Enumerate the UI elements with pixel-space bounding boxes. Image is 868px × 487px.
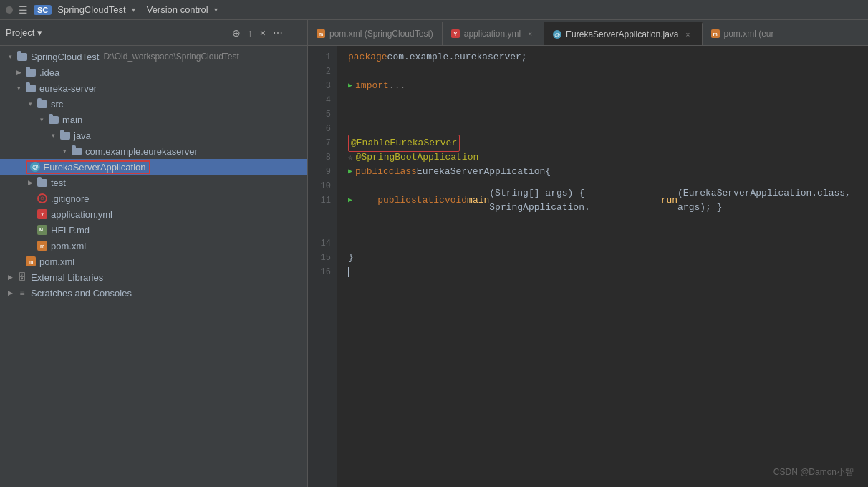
tree-label-gitignore: .gitignore — [51, 193, 89, 204]
java-at-icon: @ EurekaServerApplication — [82, 161, 94, 173]
line-number-13 — [308, 222, 331, 236]
line-number-11: 11 — [308, 193, 331, 208]
code-line-4 — [348, 93, 868, 107]
sidebar-add-btn[interactable]: ⊕ — [231, 26, 242, 39]
version-control-label[interactable]: Version control — [147, 4, 208, 15]
tree-item-java[interactable]: ▾ java — [0, 127, 307, 143]
xml-icon: m — [37, 240, 48, 251]
line-number-2: 2 — [308, 64, 331, 79]
line-number-8: 8 — [308, 150, 331, 165]
code-line-11: ▶ public static void main (String[] args… — [348, 193, 868, 208]
tree-item-idea[interactable]: ▶ .idea — [0, 64, 307, 80]
sidebar-more-btn[interactable]: ⋯ — [271, 26, 284, 39]
editor-area: m pom.xml (SpringCloudTest) Y applicatio… — [308, 20, 868, 487]
tree-label-idea: .idea — [39, 67, 59, 78]
folder-icon — [16, 51, 28, 62]
line-number-12 — [308, 208, 331, 222]
tree-item-help-md[interactable]: ▶ M↓ HELP.md — [0, 222, 307, 238]
tree-item-springcloudtest[interactable]: ▾ SpringCloudTest D:\Old_workspace\Sprin… — [0, 49, 307, 64]
tree-arrow: ▶ — [14, 68, 23, 77]
sidebar-up-btn[interactable]: ↑ — [246, 26, 254, 39]
git-icon: ⊘ — [37, 193, 48, 204]
line-number-4: 4 — [308, 93, 331, 107]
tree-item-main[interactable]: ▾ main — [0, 112, 307, 127]
tree-arrow: ▾ — [6, 52, 14, 61]
token-semicolon: ; — [521, 50, 527, 64]
hamburger-menu[interactable]: ☰ — [19, 4, 28, 16]
tree-label-springcloudtest: SpringCloudTest — [31, 52, 99, 62]
project-name[interactable]: SpringCloudTest — [57, 4, 125, 15]
run-icon-9[interactable]: ▶ — [348, 165, 352, 179]
code-line-3: ▶ import ... — [348, 79, 868, 93]
folder-icon — [59, 130, 71, 141]
tab-bar: m pom.xml (SpringCloudTest) Y applicatio… — [308, 20, 868, 46]
token-dots: ... — [389, 79, 405, 93]
sidebar-minimize-btn[interactable]: — — [289, 26, 302, 39]
java-tab-icon: @ — [553, 30, 561, 39]
sidebar-close-btn[interactable]: × — [259, 26, 267, 39]
title-bar: ☰ SC SpringCloudTest ▾ Version control ▾ — [0, 0, 868, 20]
code-editor[interactable]: 1 2 3 4 5 6 7 8 9 10 11 14 15 16 — [308, 46, 868, 487]
token-public-11: public — [377, 193, 411, 208]
tree-item-application-yml[interactable]: ▶ Y application.yml — [0, 206, 307, 222]
line-number-9: 9 — [308, 165, 331, 179]
token-public-9: public — [355, 165, 389, 179]
tree-item-gitignore[interactable]: ▶ ⊘ .gitignore — [0, 191, 307, 206]
tree-item-test[interactable]: ▶ test — [0, 175, 307, 191]
tab-eureka-app-close[interactable]: × — [683, 29, 693, 39]
folder-icon — [71, 145, 82, 157]
code-content[interactable]: package com.example.eurekaserver ; ▶ imp… — [337, 46, 868, 487]
yml-tab-icon: Y — [451, 29, 460, 38]
token-run: run — [661, 193, 677, 208]
tree-label-external-libraries: External Libraries — [31, 272, 103, 283]
tree-label-help-md: HELP.md — [51, 225, 90, 236]
tree-item-scratches[interactable]: ▶ ≡ Scratches and Consoles — [0, 285, 307, 301]
tree-item-external-libraries[interactable]: ▶ 🗄 External Libraries — [0, 269, 307, 285]
line-number-14: 14 — [308, 236, 331, 251]
line-number-6: 6 — [308, 122, 331, 136]
token-enable-eureka: @EnableEurekaServer — [348, 135, 460, 152]
tab-application-yml[interactable]: Y application.yml × — [443, 22, 544, 45]
tab-pom1[interactable]: m pom.xml (SpringCloudTest) — [308, 22, 443, 45]
tab-eureka-app[interactable]: @ EurekaServerApplication.java × — [544, 22, 702, 45]
code-line-9: ▶ public class EurekaServerApplication { — [348, 165, 868, 179]
version-arrow: ▾ — [214, 6, 218, 14]
line-number-5: 5 — [308, 107, 331, 122]
tree-arrow: ▾ — [14, 84, 23, 92]
sidebar-tree: ▾ SpringCloudTest D:\Old_workspace\Sprin… — [0, 46, 307, 487]
code-line-7: @EnableEurekaServer — [348, 136, 868, 150]
token-brace-open: { — [545, 165, 551, 179]
sidebar-actions: ⊕ ↑ × ⋯ — — [231, 26, 302, 39]
token-main: main — [467, 193, 489, 208]
tree-arrow: ▶ — [26, 178, 34, 187]
tree-arrow: ▶ — [6, 273, 14, 281]
token-brace-close: } — [348, 251, 354, 265]
tree-item-pom-outer[interactable]: ▶ m pom.xml — [0, 254, 307, 269]
folder-icon — [25, 82, 37, 94]
tree-item-pom-inner[interactable]: ▶ m pom.xml — [0, 238, 307, 254]
tree-item-src[interactable]: ▾ src — [0, 96, 307, 112]
tree-item-eureka-server[interactable]: ▾ eureka-server — [0, 80, 307, 96]
fold-arrow-3: ▶ — [348, 79, 352, 93]
code-line-5 — [348, 107, 868, 122]
tab-application-yml-close[interactable]: × — [525, 29, 535, 39]
tree-arrow: ▾ — [26, 100, 34, 108]
line-number-16: 16 — [308, 265, 331, 279]
token-static: static — [411, 193, 445, 208]
tree-item-package[interactable]: ▾ com.example.eurekaserver — [0, 143, 307, 159]
project-arrow: ▾ — [132, 6, 135, 14]
tree-arrow: ▶ — [6, 289, 14, 297]
tab-pom2[interactable]: m pom.xml (eur — [703, 22, 783, 45]
token-class-name: EurekaServerApplication — [417, 165, 545, 179]
run-icon-11[interactable]: ▶ — [348, 193, 352, 208]
tree-item-eureka-app[interactable]: ▶ @ EurekaServerApplication — [0, 159, 307, 175]
watermark: CSDN @Damon小智 — [773, 466, 854, 478]
tab-pom2-label: pom.xml (eur — [724, 29, 774, 39]
tree-label-java: java — [74, 130, 91, 141]
xml-tab-icon2: m — [711, 29, 720, 38]
token-import: import — [355, 79, 389, 93]
tab-application-yml-label: application.yml — [464, 29, 521, 39]
folder-icon — [25, 67, 37, 78]
line-number-3: 3 — [308, 79, 331, 93]
tree-label-scratches: Scratches and Consoles — [31, 288, 132, 299]
